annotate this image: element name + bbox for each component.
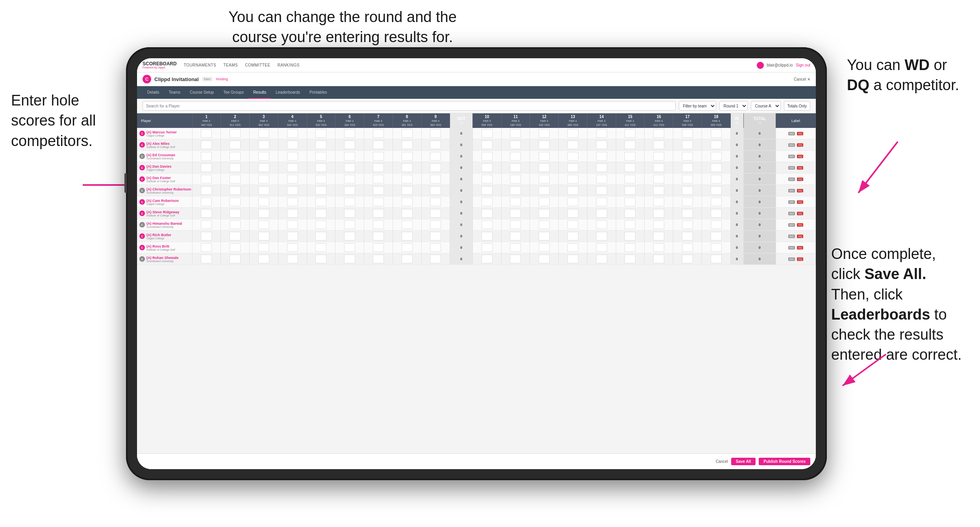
score-cell-h6[interactable] <box>335 219 364 231</box>
score-cell-h10[interactable] <box>472 139 501 151</box>
course-select[interactable]: Course A <box>751 101 781 111</box>
nav-committee[interactable]: COMMITTEE <box>245 63 270 67</box>
score-cell-h14[interactable] <box>587 151 616 162</box>
score-cell-h8[interactable] <box>393 219 421 231</box>
score-cell-h11[interactable] <box>501 151 530 162</box>
wd-button[interactable]: WD <box>788 155 795 158</box>
score-cell-h18[interactable] <box>702 242 730 253</box>
score-cell-h2[interactable] <box>221 128 250 139</box>
score-cell-h3[interactable] <box>250 185 278 196</box>
dq-button[interactable]: DQ <box>797 155 804 158</box>
score-cell-h2[interactable] <box>221 196 250 208</box>
score-cell-h3[interactable] <box>250 242 278 253</box>
score-cell-h16[interactable] <box>645 162 673 174</box>
wd-button[interactable]: WD <box>788 223 795 227</box>
score-cell-h15[interactable] <box>616 139 645 151</box>
score-cell-h9[interactable] <box>421 162 450 174</box>
score-cell-h13[interactable] <box>559 162 587 174</box>
score-cell-h1[interactable] <box>192 231 221 242</box>
score-cell-h5[interactable] <box>307 185 335 196</box>
dq-button[interactable]: DQ <box>797 212 804 215</box>
wd-button[interactable]: WD <box>788 178 795 181</box>
score-cell-h18[interactable] <box>702 196 730 208</box>
score-cell-h7[interactable] <box>364 174 393 185</box>
score-cell-h13[interactable] <box>559 151 587 162</box>
score-cell-h12[interactable] <box>530 208 559 219</box>
score-cell-h13[interactable] <box>559 174 587 185</box>
score-cell-h12[interactable] <box>530 253 559 265</box>
score-cell-h8[interactable] <box>393 174 421 185</box>
score-cell-h8[interactable] <box>393 128 421 139</box>
dq-button[interactable]: DQ <box>797 143 804 147</box>
score-cell-h8[interactable] <box>393 208 421 219</box>
score-cell-h15[interactable] <box>616 231 645 242</box>
tab-teams[interactable]: Teams <box>164 86 185 99</box>
header-cancel-button[interactable]: Cancel ✕ <box>794 77 810 81</box>
score-cell-h10[interactable] <box>472 242 501 253</box>
score-cell-h4[interactable] <box>278 253 307 265</box>
score-cell-h11[interactable] <box>501 162 530 174</box>
score-cell-h1[interactable] <box>192 185 221 196</box>
score-cell-h12[interactable] <box>530 196 559 208</box>
score-cell-h16[interactable] <box>645 139 673 151</box>
score-cell-h9[interactable] <box>421 174 450 185</box>
score-cell-h1[interactable] <box>192 151 221 162</box>
dq-button[interactable]: DQ <box>797 223 804 227</box>
score-cell-h8[interactable] <box>393 151 421 162</box>
tab-details[interactable]: Details <box>143 86 164 99</box>
score-cell-h3[interactable] <box>250 231 278 242</box>
score-cell-h1[interactable] <box>192 174 221 185</box>
score-cell-h1[interactable] <box>192 253 221 265</box>
score-cell-h2[interactable] <box>221 185 250 196</box>
score-cell-h9[interactable] <box>421 185 450 196</box>
score-cell-h5[interactable] <box>307 174 335 185</box>
score-cell-h11[interactable] <box>501 196 530 208</box>
score-cell-h6[interactable] <box>335 196 364 208</box>
score-cell-h14[interactable] <box>587 231 616 242</box>
score-cell-h3[interactable] <box>250 139 278 151</box>
score-cell-h15[interactable] <box>616 219 645 231</box>
score-cell-h5[interactable] <box>307 219 335 231</box>
filter-team-select[interactable]: Filter by team <box>679 101 716 111</box>
score-cell-h18[interactable] <box>702 185 730 196</box>
score-cell-h6[interactable] <box>335 231 364 242</box>
score-cell-h17[interactable] <box>673 196 702 208</box>
wd-button[interactable]: WD <box>788 166 795 170</box>
score-cell-h17[interactable] <box>673 151 702 162</box>
score-cell-h16[interactable] <box>645 242 673 253</box>
score-cell-h12[interactable] <box>530 185 559 196</box>
score-cell-h11[interactable] <box>501 208 530 219</box>
score-cell-h13[interactable] <box>559 128 587 139</box>
score-cell-h15[interactable] <box>616 128 645 139</box>
score-cell-h9[interactable] <box>421 253 450 265</box>
dq-button[interactable]: DQ <box>797 200 804 204</box>
score-cell-h16[interactable] <box>645 185 673 196</box>
score-cell-h4[interactable] <box>278 128 307 139</box>
publish-button[interactable]: Publish Round Scores <box>759 458 810 465</box>
sign-out-link[interactable]: Sign out <box>796 63 810 67</box>
score-cell-h5[interactable] <box>307 253 335 265</box>
score-cell-h9[interactable] <box>421 128 450 139</box>
nav-teams[interactable]: TEAMS <box>223 63 238 67</box>
score-cell-h13[interactable] <box>559 208 587 219</box>
score-cell-h18[interactable] <box>702 219 730 231</box>
score-cell-h18[interactable] <box>702 151 730 162</box>
score-cell-h13[interactable] <box>559 253 587 265</box>
score-cell-h6[interactable] <box>335 253 364 265</box>
dq-button[interactable]: DQ <box>797 235 804 238</box>
score-cell-h4[interactable] <box>278 139 307 151</box>
score-cell-h12[interactable] <box>530 151 559 162</box>
score-cell-h9[interactable] <box>421 139 450 151</box>
score-cell-h7[interactable] <box>364 185 393 196</box>
dq-button[interactable]: DQ <box>797 178 804 181</box>
score-cell-h17[interactable] <box>673 174 702 185</box>
wd-button[interactable]: WD <box>788 200 795 204</box>
score-cell-h12[interactable] <box>530 139 559 151</box>
score-cell-h14[interactable] <box>587 196 616 208</box>
score-cell-h11[interactable] <box>501 139 530 151</box>
score-cell-h12[interactable] <box>530 231 559 242</box>
score-cell-h9[interactable] <box>421 208 450 219</box>
score-cell-h4[interactable] <box>278 185 307 196</box>
score-cell-h14[interactable] <box>587 219 616 231</box>
cancel-button[interactable]: Cancel <box>716 459 728 464</box>
